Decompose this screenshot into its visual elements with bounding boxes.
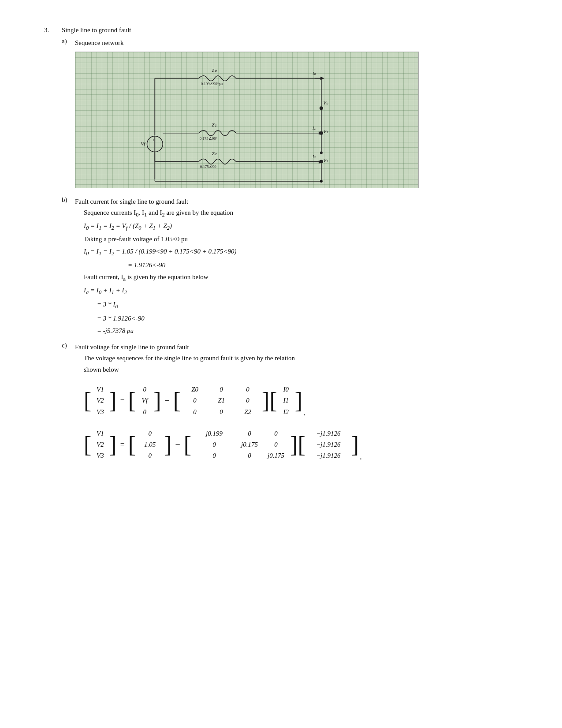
sub-label-c: c) [62, 342, 75, 472]
section-number: 3. [44, 26, 62, 477]
m1-r2: Vf [137, 395, 153, 406]
sub-b-title: Fault current for single line to ground … [75, 196, 527, 208]
n2-r1c3: 0 [263, 428, 289, 439]
sub-b-line-4: = 1.9126<-90 [128, 259, 527, 272]
n2-r3c2: 0 [236, 450, 263, 461]
n3-matrix: −j1.9126 −j1.9126 −j1.9126 [306, 428, 350, 462]
lhs-v1: V1 [92, 384, 108, 395]
m2-r3c3: Z2 [234, 407, 261, 418]
equals-2: = [120, 440, 125, 449]
equals-1: = [120, 396, 125, 405]
sub-b-line-5: Fault current, Ia is given by the equati… [84, 272, 527, 284]
n2-r2c3: 0 [263, 439, 289, 450]
svg-text:I₀: I₀ [312, 71, 316, 75]
sub-a-title: Sequence network [75, 37, 527, 49]
sub-item-a: a) Sequence network [62, 37, 527, 188]
sub-label-a: a) [62, 37, 75, 188]
sub-c-title: Fault voltage for single line to ground … [75, 342, 527, 353]
sub-c-line-0: The voltage sequences for the single lin… [84, 353, 527, 364]
matrix-group-2: [ V1 V2 V3 ] = [ 0 [84, 428, 527, 462]
n1-bracket-left: [ [128, 433, 136, 456]
m1-bracket-left: [ [128, 389, 136, 412]
sub-b-line-3: I0 = I1 = I2 = 1.05 / (0.199<90 + 0.175<… [84, 245, 527, 259]
m2-r1c2: 0 [208, 384, 234, 395]
svg-text:V₀: V₀ [324, 101, 328, 105]
svg-text:Z₁: Z₁ [212, 122, 216, 127]
m2-r2c3: 0 [234, 395, 261, 406]
svg-text:I₁: I₁ [312, 125, 316, 130]
m2-r2c1: 0 [182, 395, 208, 406]
n3-bracket-left: [ [298, 433, 305, 456]
n3-bracket-right: ] [351, 433, 359, 456]
dot-1: . [303, 407, 305, 418]
minus-op-2: − [175, 440, 180, 450]
svg-text:I₂: I₂ [312, 154, 316, 159]
lhs-bracket-right: ] [109, 389, 116, 412]
n2-r1c1: j0.199 [192, 428, 236, 439]
sub-body-a: Sequence network Z₀ [75, 37, 527, 188]
sub-body-b: Fault current for single line to ground … [75, 196, 527, 337]
sub-b-line-0: Sequence currents I0, I1 and I2 are give… [84, 207, 527, 220]
m2-r2c2: Z1 [208, 395, 234, 406]
matrix-equation-2: [ V1 V2 V3 ] = [ 0 [84, 428, 527, 462]
lhs2-matrix: V1 V2 V3 [92, 428, 108, 462]
circuit-image: Z₀ I₀ 0.199∠90°pu [75, 52, 419, 188]
m1-bracket-right: ] [153, 389, 161, 412]
sub-item-c: c) Fault voltage for single line to grou… [62, 342, 527, 472]
sub-b-line-7: = 3 * I0 [97, 298, 527, 312]
m2-r1c3: 0 [234, 384, 261, 395]
m3-r2: I1 [278, 395, 294, 406]
svg-text:Z₀: Z₀ [212, 67, 217, 72]
svg-text:0.199∠90°pu: 0.199∠90°pu [201, 81, 223, 86]
n2-matrix: j0.199 0 0 0 j0.175 0 0 [192, 428, 289, 462]
section-body: Single line to ground fault a) Sequence … [62, 26, 527, 477]
svg-point-24 [320, 151, 323, 154]
lhs-v3: V3 [92, 407, 108, 418]
m1-r3: 0 [137, 407, 153, 418]
m3-matrix: I0 I1 I2 [278, 384, 294, 418]
n1-matrix: 0 1.05 0 [137, 428, 163, 462]
m2-r3c2: 0 [208, 407, 234, 418]
lhs2-bracket-right: ] [109, 433, 116, 456]
sub-b-line-8: = 3 * 1.9126<-90 [97, 312, 527, 325]
lhs2-v2: V2 [92, 439, 108, 450]
matrix-equation-1: [ V1 V2 V3 ] = [ 0 [84, 384, 527, 418]
m1-matrix: 0 Vf 0 [137, 384, 153, 418]
sub-item-b: b) Fault current for single line to grou… [62, 196, 527, 337]
lhs2-v1: V1 [92, 428, 108, 439]
lhs-matrix: V1 V2 V3 [92, 384, 108, 418]
n1-r1: 0 [137, 428, 163, 439]
svg-point-9 [320, 106, 323, 110]
svg-text:Z₂: Z₂ [212, 151, 217, 156]
n2-r1c2: 0 [236, 428, 263, 439]
lhs-v2: V2 [92, 395, 108, 406]
svg-text:V₁: V₁ [324, 129, 328, 134]
n1-r3: 0 [137, 450, 163, 461]
n2-r2c1: 0 [192, 439, 236, 450]
dot-2: . [360, 452, 362, 462]
lhs2-bracket-left: [ [84, 433, 91, 456]
n2-r3c3: j0.175 [263, 450, 289, 461]
m2-bracket-left: [ [173, 389, 181, 412]
matrix-group-1: [ V1 V2 V3 ] = [ 0 [84, 384, 527, 418]
m2-matrix: Z0 0 0 0 Z1 0 0 [182, 384, 261, 418]
m2-r3c1: 0 [182, 407, 208, 418]
sub-b-line-6: Ia = I0 + I1 + I2 [84, 284, 527, 298]
m3-r3: I2 [278, 407, 294, 418]
sub-b-line-1: I0 = I1 = I2 = Vf / (Z0 + Z1 + Z2) [84, 220, 527, 234]
n2-bracket-right: ] [290, 433, 298, 456]
sub-b-line-2: Taking a pre-fault voltage of 1.05<0 pu [84, 234, 527, 245]
n2-bracket-left: [ [184, 433, 191, 456]
m2-r1c1: Z0 [182, 384, 208, 395]
m3-r1: I0 [278, 384, 294, 395]
lhs2-v3: V3 [92, 450, 108, 461]
m3-bracket-left: [ [269, 389, 277, 412]
sub-label-b: b) [62, 196, 75, 337]
circuit-diagram-svg: Z₀ I₀ 0.199∠90°pu [75, 52, 418, 188]
m2-bracket-right: ] [262, 389, 269, 412]
section-title: Single line to ground fault [62, 26, 527, 34]
n1-r2: 1.05 [137, 439, 163, 450]
m1-r1: 0 [137, 384, 153, 395]
page-content: 3. Single line to ground fault a) Sequen… [44, 26, 527, 477]
minus-op-1: − [164, 396, 169, 406]
